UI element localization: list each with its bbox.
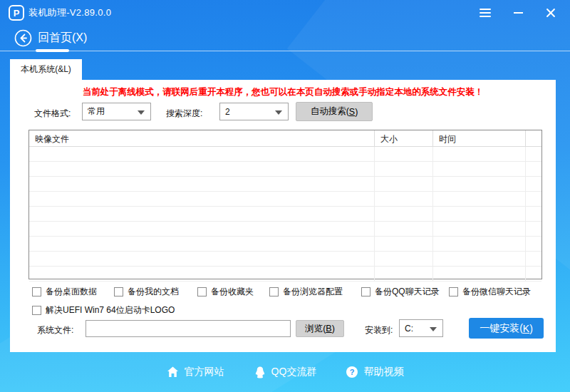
table-row[interactable] bbox=[29, 252, 542, 267]
install-label: 一键安装( bbox=[480, 322, 523, 335]
system-file-label: 系统文件: bbox=[37, 324, 73, 336]
column-header-image-file[interactable]: 映像文件 bbox=[29, 130, 375, 146]
checkbox-backup-wechat-history[interactable]: 备份微信聊天记录 bbox=[449, 286, 531, 298]
table-cell bbox=[526, 222, 542, 236]
table-row[interactable] bbox=[29, 147, 542, 162]
footer-link-help-video[interactable]: ? 帮助视频 bbox=[346, 366, 403, 378]
table-cell bbox=[29, 252, 375, 266]
footer-link-qq-group[interactable]: QQ交流群 bbox=[254, 366, 317, 378]
checkbox-backup-browser-config[interactable]: 备份浏览器配置 bbox=[269, 286, 343, 298]
table-cell bbox=[375, 252, 433, 266]
table-cell bbox=[526, 252, 542, 266]
browse-mnemonic: B bbox=[326, 324, 331, 334]
table-cell bbox=[526, 237, 542, 251]
table-row[interactable] bbox=[29, 177, 542, 192]
install-to-label: 安装到: bbox=[365, 324, 393, 336]
table-row[interactable] bbox=[29, 267, 542, 282]
app-logo-icon: P bbox=[9, 5, 24, 21]
image-file-table: 映像文件 大小 时间 bbox=[28, 130, 542, 279]
table-cell bbox=[375, 267, 433, 281]
table-row[interactable] bbox=[29, 162, 542, 177]
checkbox-icon bbox=[269, 287, 279, 296]
table-cell bbox=[375, 207, 433, 221]
nav-active-underline bbox=[36, 49, 69, 52]
search-depth-value: 2 bbox=[225, 107, 230, 117]
title-bar: P 装机助理-V2.89.0.0 bbox=[0, 0, 570, 26]
table-cell bbox=[29, 147, 375, 161]
table-cell bbox=[375, 222, 433, 236]
table-row[interactable] bbox=[29, 222, 542, 237]
table-cell bbox=[526, 147, 542, 161]
table-cell bbox=[29, 177, 375, 191]
footer-bar: 官方网站 QQ交流群 ? 帮助视频 bbox=[0, 352, 570, 392]
home-icon bbox=[167, 366, 179, 378]
table-cell bbox=[29, 222, 375, 236]
table-body[interactable] bbox=[29, 147, 542, 282]
footer-link-official-site[interactable]: 官方网站 bbox=[167, 366, 224, 378]
browse-button[interactable]: 浏览(B) bbox=[296, 320, 344, 337]
table-cell bbox=[29, 162, 375, 176]
tab-local-system[interactable]: 本机系统(&L) bbox=[10, 59, 82, 80]
browse-label: 浏览( bbox=[305, 323, 326, 335]
back-home-button[interactable]: 回首页(X) bbox=[14, 29, 87, 47]
nav-divider bbox=[0, 51, 570, 51]
column-header-time[interactable]: 时间 bbox=[433, 130, 526, 146]
search-controls-row: 文件格式: 常用 搜索深度: 2 自动搜索(S) bbox=[10, 102, 556, 121]
browse-label-close: ) bbox=[332, 324, 335, 334]
checkbox-label: 备份收藏夹 bbox=[211, 286, 254, 298]
minimize-icon bbox=[514, 12, 523, 14]
column-header-size[interactable]: 大小 bbox=[375, 130, 433, 146]
checkbox-backup-documents[interactable]: 备份我的文档 bbox=[114, 286, 179, 298]
chevron-down-icon bbox=[138, 110, 145, 115]
table-cell bbox=[433, 162, 526, 176]
checkbox-icon bbox=[449, 287, 458, 296]
install-drive-select[interactable]: C: bbox=[399, 319, 443, 337]
close-icon bbox=[546, 8, 556, 18]
checkbox-icon bbox=[114, 287, 123, 296]
checkbox-backup-desktop[interactable]: 备份桌面数据 bbox=[32, 286, 97, 298]
table-cell bbox=[29, 267, 375, 281]
checkbox-backup-qq-history[interactable]: 备份QQ聊天记录 bbox=[361, 286, 440, 298]
file-format-select[interactable]: 常用 bbox=[82, 103, 151, 120]
table-cell bbox=[433, 192, 526, 206]
minimize-button[interactable] bbox=[512, 6, 524, 19]
search-depth-label: 搜索深度: bbox=[166, 108, 202, 120]
hamburger-icon bbox=[480, 9, 491, 17]
file-format-label: 文件格式: bbox=[34, 108, 71, 120]
table-cell bbox=[433, 147, 526, 161]
chevron-down-icon bbox=[275, 110, 282, 115]
checkbox-icon bbox=[197, 287, 207, 296]
footer-link-label: 官方网站 bbox=[185, 366, 224, 378]
checkbox-label: 备份桌面数据 bbox=[46, 286, 97, 298]
checkbox-backup-favorites[interactable]: 备份收藏夹 bbox=[197, 286, 254, 298]
system-file-input[interactable] bbox=[86, 320, 291, 337]
checkbox-label: 备份QQ聊天记录 bbox=[375, 286, 440, 298]
table-row[interactable] bbox=[29, 237, 542, 252]
nav-bar: 回首页(X) bbox=[0, 26, 570, 51]
auto-search-button[interactable]: 自动搜索(S) bbox=[296, 102, 373, 121]
install-drive-value: C: bbox=[405, 324, 413, 334]
back-home-label: 回首页(X) bbox=[38, 31, 87, 46]
table-cell bbox=[433, 237, 526, 251]
checkbox-label: 备份我的文档 bbox=[128, 286, 179, 298]
table-cell bbox=[526, 162, 542, 176]
table-cell bbox=[375, 162, 433, 176]
table-row[interactable] bbox=[29, 192, 542, 207]
checkbox-label: 解决UEFI Win7 64位启动卡LOGO bbox=[46, 304, 175, 316]
table-cell bbox=[375, 147, 433, 161]
checkbox-icon bbox=[32, 287, 41, 296]
table-cell bbox=[375, 192, 433, 206]
checkbox-uefi-logo-fix[interactable]: 解决UEFI Win7 64位启动卡LOGO bbox=[32, 304, 175, 316]
one-click-install-button[interactable]: 一键安装(K) bbox=[469, 318, 544, 339]
auto-search-label-close: ) bbox=[355, 107, 358, 117]
app-title: 装机助理-V2.89.0.0 bbox=[28, 6, 111, 19]
table-row[interactable] bbox=[29, 207, 542, 222]
back-arrow-icon bbox=[14, 29, 32, 47]
footer-link-label: 帮助视频 bbox=[363, 366, 403, 378]
close-button[interactable] bbox=[544, 6, 557, 19]
table-cell bbox=[526, 192, 542, 206]
menu-button[interactable] bbox=[479, 6, 492, 19]
search-depth-select[interactable]: 2 bbox=[219, 103, 289, 120]
table-cell bbox=[375, 177, 433, 191]
table-cell bbox=[29, 207, 375, 221]
